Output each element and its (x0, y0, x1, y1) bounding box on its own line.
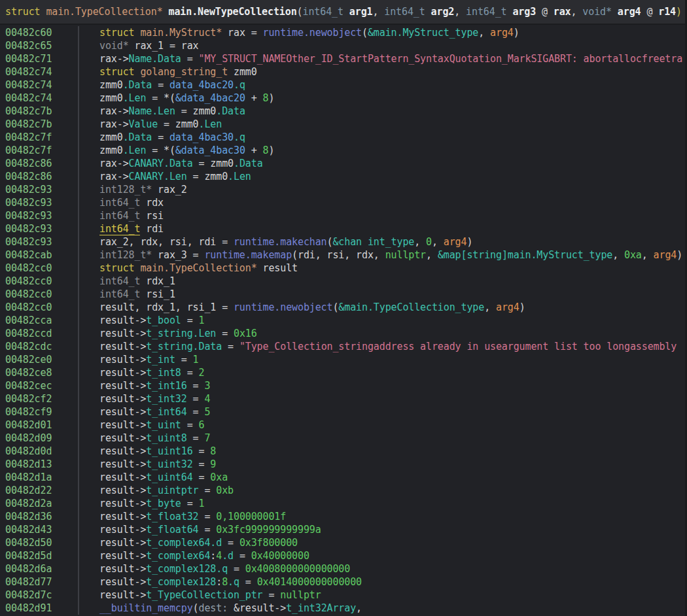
token-text[interactable]: = (216, 328, 234, 339)
token-text[interactable]: rax_1 = rax (129, 40, 199, 52)
token-field[interactable]: t_complex128.q (146, 563, 228, 575)
token-number[interactable]: 0 (426, 236, 432, 248)
line-address[interactable]: 00482d91 (0, 602, 79, 615)
token-type[interactable]: main.TypeCollection* (46, 5, 162, 18)
token-field[interactable]: Name.Len (129, 105, 175, 117)
line-address[interactable]: 00482d77 (0, 575, 79, 589)
line-address[interactable]: 00482c93 (0, 235, 79, 248)
code-line[interactable]: 00482c93int64_t rdx (0, 196, 687, 209)
token-text[interactable]: rax-> (99, 171, 129, 182)
token-number[interactable]: 8 (222, 576, 228, 588)
code-line[interactable]: 00482ccdresult->t_string.Len = 0x16 (0, 327, 687, 340)
token-field[interactable]: .Data (123, 79, 152, 91)
token-type[interactable]: int128_t* (99, 184, 152, 196)
token-number[interactable]: 0x3f800000 (239, 537, 298, 549)
token-text[interactable] (344, 5, 349, 18)
token-field[interactable]: .Len (123, 145, 147, 156)
line-address[interactable]: 00482c86 (0, 170, 79, 183)
line-address[interactable]: 00482ce8 (0, 366, 79, 379)
token-text[interactable]: , (484, 301, 496, 313)
line-address[interactable]: 00482cc0 (0, 288, 79, 301)
line-address[interactable]: 00482d50 (0, 536, 79, 549)
token-text[interactable]: result-> (99, 341, 146, 352)
line-address[interactable]: 00482c7f (0, 131, 79, 144)
token-text[interactable]: = (181, 498, 199, 509)
token-field[interactable]: CANARY.Len (129, 171, 187, 182)
token-field[interactable]: t_uint8 (146, 432, 186, 444)
code-line[interactable]: 00482cecresult->t_int16 = 3 (0, 379, 687, 392)
token-field[interactable]: .d (222, 550, 234, 562)
token-field[interactable]: .Data (216, 105, 245, 117)
line-address[interactable]: 00482cf9 (0, 405, 79, 419)
line-address[interactable]: 00482d5d (0, 549, 79, 562)
code-line[interactable]: 00482d0dresult->t_uint16 = 8 (0, 445, 687, 458)
token-text[interactable]: = (199, 524, 217, 536)
token-field[interactable]: t_bool (146, 315, 181, 326)
token-type[interactable]: main.MyStruct* (140, 27, 222, 39)
token-field[interactable]: t_complex64.d (146, 537, 222, 549)
token-text[interactable]: result-> (99, 511, 146, 522)
token-text[interactable]: ) (268, 92, 274, 104)
token-field[interactable]: &main.MyStruct_type (368, 27, 478, 39)
token-text[interactable]: result-> (99, 432, 146, 444)
code-line[interactable]: 00482d50result->t_complex64.d = 0x3f8000… (0, 536, 687, 549)
line-address[interactable]: 00482cc0 (0, 262, 79, 275)
token-text[interactable]: result-> (99, 328, 146, 339)
token-field[interactable]: .q (234, 79, 245, 91)
token-name[interactable]: arg1 (349, 5, 373, 18)
token-type[interactable]: void* (582, 5, 612, 18)
line-address[interactable]: 00482cf2 (0, 392, 79, 405)
token-data-symbol[interactable]: data_4bac30 (169, 131, 234, 143)
token-text[interactable]: rsi_1 (140, 288, 175, 300)
token-type[interactable]: int64_t (99, 275, 140, 287)
token-text[interactable]: @ (641, 5, 659, 18)
token-text[interactable]: rdi (140, 223, 164, 235)
line-address[interactable]: 00482ccd (0, 327, 79, 340)
token-type[interactable]: int64_t (99, 197, 140, 209)
line-address[interactable]: 00482cc0 (0, 301, 79, 314)
token-text[interactable]: = (187, 406, 205, 418)
token-text[interactable]: = (239, 576, 257, 588)
line-address[interactable]: 00482d6a (0, 562, 79, 575)
token-text[interactable]: zmm0 (99, 131, 123, 143)
token-type[interactable]: int64_t (99, 288, 140, 300)
token-text[interactable]: ) (520, 301, 525, 313)
line-address[interactable]: 00482d09 (0, 432, 79, 445)
line-address[interactable]: 00482d43 (0, 523, 79, 536)
line-address[interactable]: 00482d01 (0, 419, 79, 432)
line-address[interactable]: 00482c71 (0, 52, 79, 65)
token-text[interactable]: result-> (99, 471, 146, 483)
token-field[interactable]: t_uint32 (146, 458, 192, 470)
code-line[interactable]: 00482ce8result->t_int8 = 2 (0, 366, 687, 379)
token-number[interactable]: 3 (204, 380, 210, 392)
token-text[interactable]: , (478, 27, 490, 39)
code-line[interactable]: 00482cf2result->t_int32 = 4 (0, 392, 687, 405)
token-function-symbol[interactable]: runtime.makemap (204, 249, 292, 261)
token-text[interactable]: = zmm0 (175, 105, 216, 117)
token-text[interactable]: , (454, 5, 466, 18)
token-text[interactable]: : (210, 550, 216, 562)
token-field[interactable]: .q (234, 131, 245, 143)
token-text[interactable]: = (199, 485, 217, 496)
token-text[interactable]: = (234, 550, 251, 562)
token-field[interactable]: t_uint (146, 419, 181, 431)
code-line[interactable]: 00482d2aresult->t_byte = 1 (0, 497, 687, 510)
token-field[interactable]: t_uint16 (146, 445, 192, 457)
token-argument[interactable]: arg4 (490, 27, 514, 39)
token-text[interactable]: , (372, 5, 384, 18)
token-text[interactable]: = (187, 393, 205, 405)
token-text[interactable]: @ (536, 5, 554, 18)
code-line[interactable]: 00482c71rax->Name.Data = "MY_STRUCT_NAME… (0, 52, 687, 65)
token-text[interactable] (40, 5, 46, 18)
token-field[interactable]: t_float64 (146, 524, 198, 536)
code-line[interactable]: 00482cc0int64_t rsi_1 (0, 288, 687, 301)
code-line[interactable]: 00482d5dresult->t_complex64:4.d = 0x4000… (0, 549, 687, 562)
token-text[interactable]: = *( (146, 92, 175, 104)
token-text[interactable]: ) (467, 236, 472, 248)
token-name[interactable]: arg4 (618, 5, 641, 18)
token-function-symbol[interactable]: runtime.newobject (234, 301, 332, 313)
token-text[interactable]: = (193, 445, 211, 457)
token-number[interactable]: 1 (199, 498, 205, 509)
code-line[interactable]: 00482c86rax->CANARY.Len = zmm0.Len (0, 170, 687, 183)
code-line[interactable]: 00482d09result->t_uint8 = 7 (0, 432, 687, 445)
